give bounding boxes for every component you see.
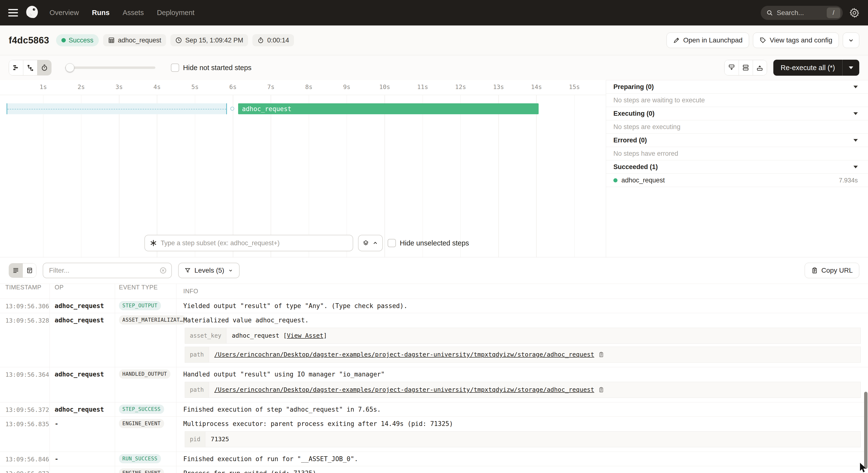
stopwatch-icon bbox=[257, 37, 264, 44]
reexecute-all-button[interactable]: Re-execute all (*) bbox=[773, 60, 842, 76]
storage-path-link[interactable]: /Users/erincochran/Desktop/dagster-examp… bbox=[214, 385, 594, 395]
hide-not-started-checkbox[interactable] bbox=[171, 64, 179, 72]
storage-path-link[interactable]: /Users/erincochran/Desktop/dagster-examp… bbox=[214, 350, 594, 359]
step-status-panel: Preparing (0) No steps are waiting to ex… bbox=[606, 80, 868, 257]
duration-tag: 0:00:14 bbox=[252, 34, 294, 46]
clear-filter-icon[interactable] bbox=[159, 267, 167, 274]
step-start-marker-icon bbox=[230, 107, 234, 111]
gantt-step-bar[interactable]: adhoc_request bbox=[238, 103, 538, 114]
log-structured-view-button[interactable] bbox=[23, 263, 36, 277]
search-input[interactable] bbox=[777, 9, 823, 17]
job-grid-icon bbox=[108, 37, 115, 44]
open-in-launchpad-button[interactable]: Open in Launchpad bbox=[666, 33, 749, 48]
structured-view-icon bbox=[26, 267, 33, 274]
section-preparing-empty: No steps are waiting to execute bbox=[606, 94, 868, 107]
split-panels-button[interactable] bbox=[739, 60, 753, 75]
chevron-down-icon bbox=[848, 37, 854, 43]
status-dot-icon bbox=[61, 38, 66, 42]
log-row: 13:09:56.306 adhoc_request STEP_OUTPUT Y… bbox=[0, 299, 868, 313]
top-nav: Overview Runs Assets Deployment / bbox=[0, 0, 868, 26]
step-subset-inputbox[interactable] bbox=[145, 235, 353, 251]
col-timestamp: TIMESTAMP bbox=[0, 284, 50, 299]
reexecute-dropdown-button[interactable] bbox=[842, 60, 859, 76]
log-filter-inputbox[interactable] bbox=[43, 263, 172, 278]
step-duration: 7.934s bbox=[839, 177, 858, 184]
gantt-gridlines bbox=[24, 95, 606, 257]
hide-unselected-checkbox[interactable] bbox=[388, 239, 396, 247]
gantt-zoom-slider[interactable] bbox=[65, 63, 155, 72]
settings-gear-icon[interactable] bbox=[849, 7, 860, 18]
search-icon bbox=[766, 9, 773, 16]
dagster-octopus-icon bbox=[25, 5, 40, 21]
section-executing-header[interactable]: Executing (0) bbox=[606, 107, 868, 120]
stopwatch-view-icon bbox=[41, 64, 48, 71]
log-view-mode-group bbox=[9, 263, 36, 278]
flat-gantt-icon bbox=[12, 64, 20, 71]
log-scrollbar-thumb[interactable] bbox=[864, 392, 868, 469]
gantt-timed-view-button[interactable] bbox=[37, 60, 51, 75]
gantt-flat-view-button[interactable] bbox=[9, 60, 23, 75]
collapse-panel-up-button[interactable] bbox=[753, 60, 767, 75]
hide-unselected-label: Hide unselected steps bbox=[400, 239, 469, 247]
view-asset-link-wrap: [View Asset] bbox=[283, 331, 327, 340]
log-levels-dropdown[interactable]: Levels (5) bbox=[178, 263, 240, 278]
path-metadata-row: path /Users/erincochran/Desktop/dagster-… bbox=[185, 382, 861, 398]
nav-assets[interactable]: Assets bbox=[123, 9, 144, 17]
log-info-text: Multiprocess executor: parent process ex… bbox=[183, 419, 861, 428]
caret-down-icon bbox=[849, 66, 853, 69]
split-panels-icon bbox=[742, 64, 749, 71]
succeeded-step-row[interactable]: adhoc_request 7.934s bbox=[606, 174, 868, 187]
panel-up-icon bbox=[756, 64, 764, 71]
nav-deployment[interactable]: Deployment bbox=[157, 9, 194, 17]
slider-thumb[interactable] bbox=[65, 63, 74, 72]
view-tags-config-button[interactable]: View tags and config bbox=[753, 33, 839, 48]
slider-track[interactable] bbox=[65, 66, 155, 69]
event-type-badge: STEP_OUTPUT bbox=[119, 301, 161, 310]
nav-links: Overview Runs Assets Deployment bbox=[50, 9, 194, 17]
view-asset-link[interactable]: View Asset bbox=[287, 332, 323, 339]
col-op: OP bbox=[50, 284, 115, 299]
layers-icon bbox=[362, 240, 369, 246]
global-search[interactable]: / bbox=[761, 6, 843, 20]
gantt-waterfall-view-button[interactable] bbox=[23, 60, 37, 75]
collapse-panel-down-button[interactable] bbox=[724, 60, 739, 75]
run-status-badge: Success bbox=[56, 34, 99, 46]
chevron-down-icon bbox=[228, 268, 233, 273]
gantt-view-mode-group bbox=[9, 60, 52, 75]
log-toolbar: Levels (5) Copy URL bbox=[0, 257, 868, 283]
col-event-type: EVENT TYPE bbox=[115, 284, 177, 299]
filter-funnel-icon bbox=[184, 267, 191, 274]
copy-path-icon[interactable] bbox=[598, 386, 604, 393]
copy-url-button[interactable]: Copy URL bbox=[805, 263, 859, 278]
hide-not-started-label: Hide not started steps bbox=[183, 64, 251, 72]
run-actions-dropdown-button[interactable] bbox=[843, 33, 859, 48]
log-list-view-button[interactable] bbox=[9, 263, 23, 277]
event-type-badge: HANDLED_OUTPUT bbox=[119, 369, 170, 379]
event-type-badge: STEP_SUCCESS bbox=[119, 405, 164, 414]
copy-path-icon[interactable] bbox=[598, 351, 604, 358]
nav-overview[interactable]: Overview bbox=[50, 9, 79, 17]
log-row: 13:09:56.835 - ENGINE_EVENT Multiprocess… bbox=[0, 417, 868, 452]
step-subset-row: Hide unselected steps bbox=[145, 235, 469, 251]
section-succeeded-header[interactable]: Succeeded (1) bbox=[606, 160, 868, 174]
section-preparing-header[interactable]: Preparing (0) bbox=[606, 80, 868, 94]
log-row: 13:09:56.372 adhoc_request STEP_SUCCESS … bbox=[0, 402, 868, 417]
hamburger-menu-icon[interactable] bbox=[8, 9, 18, 16]
tag-icon bbox=[760, 37, 766, 44]
caret-down-icon bbox=[854, 86, 858, 88]
log-info-text: Handled output "result" using IO manager… bbox=[183, 370, 861, 379]
hide-not-started-control: Hide not started steps bbox=[171, 64, 251, 72]
step-subset-input[interactable] bbox=[161, 239, 348, 247]
dagster-logo[interactable] bbox=[25, 5, 40, 21]
log-filter-input[interactable] bbox=[49, 267, 156, 274]
section-errored-header[interactable]: Errored (0) bbox=[606, 134, 868, 147]
col-info: INFO bbox=[177, 288, 868, 295]
nav-runs[interactable]: Runs bbox=[92, 9, 110, 17]
caret-down-icon bbox=[854, 139, 858, 142]
run-gantt-section: 1s2s3s 4s5s6s 7s8s9s 10s11s12s 13s14s15s… bbox=[0, 80, 868, 257]
section-executing-empty: No steps are executing bbox=[606, 120, 868, 134]
log-info-text: Materialized value adhoc_request. bbox=[183, 315, 861, 325]
job-tag[interactable]: adhoc_request bbox=[103, 34, 166, 46]
panel-layout-group bbox=[724, 60, 767, 75]
apply-subset-button[interactable] bbox=[358, 235, 383, 251]
